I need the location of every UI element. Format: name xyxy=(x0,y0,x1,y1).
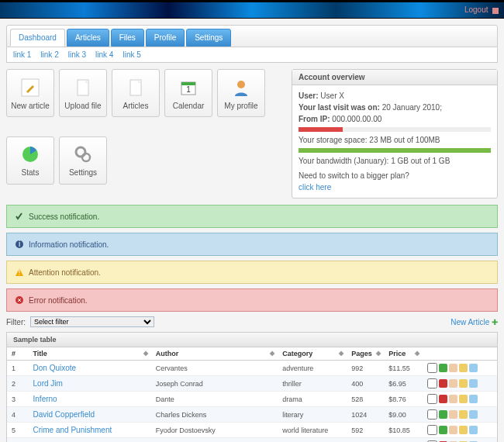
upgrade-link[interactable]: click here xyxy=(299,183,331,192)
edit-icon[interactable] xyxy=(449,364,457,372)
tile-label: Articles xyxy=(123,102,149,110)
tile-my-profile[interactable]: My profile xyxy=(217,69,265,117)
cell-category: drama xyxy=(278,392,347,407)
cell-num: 1 xyxy=(7,361,29,376)
cell-title: Faust xyxy=(29,438,151,443)
row-actions xyxy=(427,378,492,388)
pencil-icon[interactable] xyxy=(459,395,468,403)
edit-icon[interactable] xyxy=(449,426,457,434)
edit-icon[interactable] xyxy=(449,379,457,388)
tile-label: Settings xyxy=(69,168,97,177)
title-link[interactable]: David Copperfield xyxy=(33,410,95,419)
cell-price: $10.85 xyxy=(384,423,422,438)
ip-value: 000.000.00.00 xyxy=(332,115,381,123)
tile-settings[interactable]: Settings xyxy=(59,136,107,185)
tab-settings[interactable]: Settings xyxy=(186,29,231,47)
delete-icon[interactable] xyxy=(469,426,478,434)
status-icon[interactable] xyxy=(439,395,447,403)
cell-num: 3 xyxy=(7,392,29,407)
row-checkbox[interactable] xyxy=(427,394,437,404)
storage-bar xyxy=(299,127,491,132)
tile-label: Stats xyxy=(22,168,40,177)
sublink[interactable]: link 4 xyxy=(95,50,113,59)
notif-text: Success notification. xyxy=(29,212,99,221)
dashboard-tiles: New articleUpload fileArticles1CalendarM… xyxy=(6,69,285,199)
cell-pages: 592 xyxy=(347,423,384,438)
row-actions xyxy=(427,409,492,420)
tile-label: Calendar xyxy=(173,102,205,110)
column-header[interactable]: Price◆ xyxy=(384,347,422,361)
column-header[interactable]: # xyxy=(7,347,29,361)
title-link[interactable]: Lord Jim xyxy=(33,379,63,388)
column-header[interactable]: Category◆ xyxy=(278,347,347,361)
tab-articles[interactable]: Articles xyxy=(67,29,109,47)
pencil-icon[interactable] xyxy=(459,364,468,372)
doc-icon xyxy=(125,77,147,98)
pie-icon xyxy=(19,143,41,165)
info-icon: i xyxy=(15,240,24,249)
tile-stats[interactable]: Stats xyxy=(6,136,54,185)
cell-pages: 1024 xyxy=(347,407,384,423)
tile-new-article[interactable]: New article xyxy=(6,69,54,117)
tile-articles[interactable]: Articles xyxy=(112,69,160,117)
table-title: Sample table xyxy=(7,333,497,347)
tab-dashboard[interactable]: Dashboard xyxy=(10,29,65,47)
row-checkbox[interactable] xyxy=(427,363,437,373)
status-icon[interactable] xyxy=(439,364,447,372)
status-icon[interactable] xyxy=(439,426,447,434)
tile-upload-file[interactable]: Upload file xyxy=(59,69,107,117)
notif-text: Error notification. xyxy=(29,296,88,305)
column-header[interactable]: Pages◆ xyxy=(347,347,384,361)
cell-author: Fyodor Dostoevsky xyxy=(151,423,278,438)
status-icon[interactable] xyxy=(439,379,447,388)
cell-price: $11.55 xyxy=(384,361,422,376)
notif-text: Attention notification. xyxy=(29,268,101,277)
cell-category: drama xyxy=(278,438,347,443)
notification-error: Error notification. xyxy=(6,288,498,312)
person-icon xyxy=(230,77,252,98)
title-link[interactable]: Crime and Punishment xyxy=(33,426,112,434)
row-actions xyxy=(427,425,492,435)
tab-profile[interactable]: Profile xyxy=(146,29,185,47)
logout-link[interactable]: Logout xyxy=(464,5,499,15)
table-row: 5Crime and PunishmentFyodor Dostoevskywo… xyxy=(7,423,497,438)
delete-icon[interactable] xyxy=(469,395,478,403)
delete-icon[interactable] xyxy=(469,364,478,372)
row-checkbox[interactable] xyxy=(427,378,437,388)
svg-text:i: i xyxy=(19,240,20,248)
pencil-icon[interactable] xyxy=(459,410,468,419)
table-row: 1Don QuixoteCervantesadventure992$11.55 xyxy=(7,361,497,376)
cell-title: Lord Jim xyxy=(29,376,151,392)
row-checkbox[interactable] xyxy=(427,409,437,420)
column-header[interactable]: Title◆ xyxy=(29,347,151,361)
pencil-icon[interactable] xyxy=(459,426,468,434)
new-article-link[interactable]: New Article ✚ xyxy=(450,318,498,326)
notif-text: Information notification. xyxy=(29,240,109,249)
column-header[interactable]: Author◆ xyxy=(151,347,278,361)
cell-title: Inferno xyxy=(29,392,151,407)
edit-icon[interactable] xyxy=(449,410,457,419)
svg-rect-0 xyxy=(492,8,499,14)
edit-icon[interactable] xyxy=(449,395,457,403)
bandwidth-bar xyxy=(299,148,491,153)
title-link[interactable]: Inferno xyxy=(33,395,57,403)
cell-num: 4 xyxy=(7,407,29,423)
filter-select[interactable]: Select filter xyxy=(30,316,154,327)
sublink[interactable]: link 5 xyxy=(123,50,140,59)
tab-files[interactable]: Files xyxy=(111,29,144,47)
logout-label: Logout xyxy=(464,5,488,14)
sublink[interactable]: link 3 xyxy=(68,50,86,59)
title-link[interactable]: Don Quixote xyxy=(33,364,77,372)
column-header[interactable] xyxy=(423,347,497,361)
tile-calendar[interactable]: 1Calendar xyxy=(164,69,212,117)
sample-table: Sample table #Title◆Author◆Category◆Page… xyxy=(6,332,498,442)
delete-icon[interactable] xyxy=(469,379,478,388)
sublink[interactable]: link 1 xyxy=(13,50,31,59)
sublink[interactable]: link 2 xyxy=(40,50,58,59)
status-icon[interactable] xyxy=(439,410,447,419)
user-label: User: xyxy=(299,92,319,100)
pencil-icon[interactable] xyxy=(459,379,468,388)
sort-icon: ◆ xyxy=(143,350,148,357)
row-checkbox[interactable] xyxy=(427,425,437,435)
delete-icon[interactable] xyxy=(469,410,478,419)
